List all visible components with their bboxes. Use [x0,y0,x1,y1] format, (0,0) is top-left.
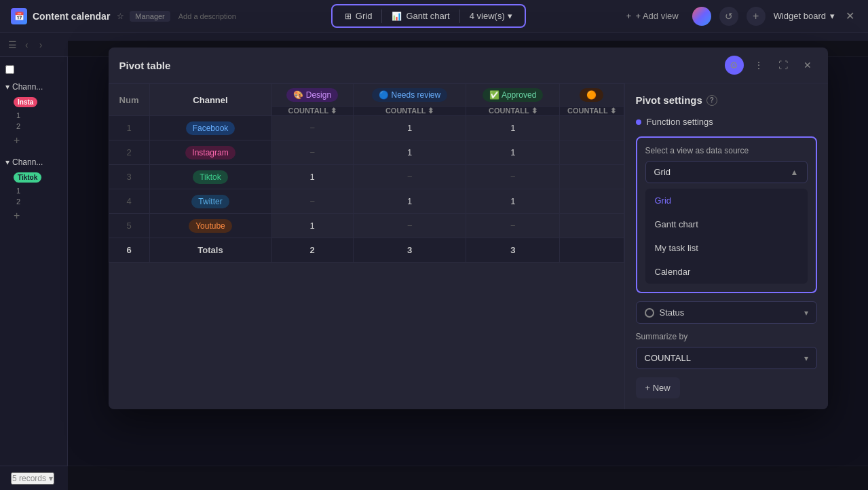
gantt-icon: 📊 [392,12,402,21]
channel-cell: Facebook [149,116,271,140]
data-cell: 2 [271,238,353,263]
settings-title: Pivot settings ? [636,94,817,106]
row-number: 1 [109,116,149,140]
option-gantt[interactable]: Gantt chart [645,212,808,236]
expand-button[interactable]: ⛶ [774,56,793,75]
data-cell [560,238,624,263]
data-cell [560,165,624,189]
option-calendar[interactable]: Calendar [645,260,808,284]
table-row: 2Instagram−11 [109,140,624,165]
data-cell: 1 [466,116,560,140]
select-all-checkbox[interactable] [5,65,14,74]
plus-icon: + [626,11,632,21]
app-title: Content calendar [33,11,110,22]
summarize-section: Summarize by COUNTALL ▾ [636,332,817,369]
add-view-button[interactable]: + + Add view [621,8,684,24]
group-label-2: Chann... [12,157,43,167]
close-modal-button[interactable]: ✕ [798,56,817,75]
more-views-button[interactable]: 4 view(s) ▾ [463,8,519,24]
table-row: 4Twitter−11 [109,189,624,214]
new-button[interactable]: + New [636,377,680,398]
function-settings-row: Function settings [636,117,817,127]
records-chevron-icon: ▾ [49,474,53,483]
more-options-button[interactable]: ⋮ [749,56,768,75]
back-button[interactable]: ‹ [22,38,31,52]
data-cell: − [271,116,353,140]
countall-approved[interactable]: COUNTALL ⬍ [466,107,560,116]
datasource-dropdown: Grid Gantt chart My task list Calendar [645,189,808,284]
approved-tag: ✅ Approved [483,88,543,102]
summarize-value: COUNTALL [645,353,691,363]
close-button[interactable]: ✕ [843,7,857,25]
grid-tab[interactable]: ⊞ Grid [338,8,379,24]
sidebar-num-2: 2 [0,121,67,132]
option-grid[interactable]: Grid [645,189,808,212]
sidebar-group-header-2[interactable]: ▾ Chann... [0,155,67,170]
summarize-select[interactable]: COUNTALL ▾ [636,347,817,369]
status-circle-icon [645,308,654,318]
sidebar-group-header-1[interactable]: ▾ Chann... [0,79,67,94]
countall-design[interactable]: COUNTALL ⬍ [271,107,353,116]
channel-tag: Tiktok [193,170,228,184]
refresh-button[interactable]: ↺ [719,7,738,26]
collapse-icon-1: ▾ [5,82,10,92]
main-layout: ▾ Chann... Insta 1 2 + ▾ Chann... Tiktok… [0,57,868,490]
sidebar-group-2: ▾ Chann... Tiktok 1 2 + [0,152,67,227]
forward-button[interactable]: › [37,38,45,52]
sidebar-add-2[interactable]: + [0,207,67,225]
needs-review-col-header: 🔵 Needs review [353,84,466,107]
datasource-label: Select a view as data source [645,146,808,155]
table-row: 1Facebook−11 [109,116,624,140]
sidebar-add-1[interactable]: + [0,132,67,149]
modal-body: Num Channel 🎨 Design 🔵 Needs review [109,83,828,409]
pivot-settings-panel: Pivot settings ? Function settings Selec… [624,83,828,409]
data-cell: 3 [353,238,466,263]
records-button[interactable]: 5 records ▾ [11,472,54,485]
pivot-body: 1Facebook−112Instagram−113Tiktok1−−4Twit… [109,116,624,263]
summarize-chevron-icon: ▾ [804,354,808,363]
row-number: 5 [109,214,149,238]
sidebar-group-1: ▾ Chann... Insta 1 2 + [0,77,67,152]
modal-header-actions: ⚙ ⋮ ⛶ ✕ [725,56,817,75]
countall-extra[interactable]: COUNTALL ⬍ [560,107,624,116]
row-number: 2 [109,140,149,165]
manager-badge: Manager [130,11,170,22]
chevron-down-icon: ▾ [508,11,512,21]
settings-gear-button[interactable]: ⚙ [725,56,744,75]
menu-icon[interactable]: ☰ [8,39,17,50]
channel-tag: Instagram [185,146,235,159]
modal-header: Pivot table ⚙ ⋮ ⛶ ✕ [109,48,828,83]
star-icon[interactable]: ☆ [117,12,124,21]
data-cell: 1 [466,189,560,214]
add-description-link[interactable]: Add a description [178,12,236,20]
approved-col-header: ✅ Approved [466,84,560,107]
pivot-area: Num Channel 🎨 Design 🔵 Needs review [109,83,624,409]
data-cell: − [271,140,353,165]
sidebar-item-insta[interactable]: Insta [0,94,67,110]
widget-board-button[interactable]: Widget board ▾ [774,11,835,21]
help-icon[interactable]: ? [706,95,717,106]
modal-overlay: Pivot table ⚙ ⋮ ⛶ ✕ Num [68,41,868,490]
gantt-tab[interactable]: 📊 Gantt chart [385,8,456,24]
sidebar-num-1: 1 [0,110,67,121]
tab-divider [381,10,382,23]
option-task-list[interactable]: My task list [645,236,808,260]
extra-tag: 🟠 [580,88,603,102]
data-cell [560,189,624,214]
needs-review-tag: 🔵 Needs review [372,88,447,102]
data-cell: 1 [353,189,466,214]
countall-review[interactable]: COUNTALL ⬍ [353,107,466,116]
logo-circle [692,7,711,26]
sidebar-num-4: 2 [0,196,67,207]
sidebar-item-tiktok[interactable]: Tiktok [0,170,67,185]
datasource-value: Grid [654,167,671,177]
top-bar-right: + + Add view ↺ + Widget board ▾ ✕ [621,7,857,26]
status-select-row[interactable]: Status ▾ [636,301,817,324]
pivot-table-modal: Pivot table ⚙ ⋮ ⛶ ✕ Num [109,48,828,409]
design-tag: 🎨 Design [286,88,338,102]
data-cell [560,116,624,140]
data-cell: − [466,165,560,189]
datasource-select[interactable]: Grid ▲ [645,161,808,183]
add-button[interactable]: + [747,7,766,26]
sidebar-checkbox[interactable] [0,62,67,77]
